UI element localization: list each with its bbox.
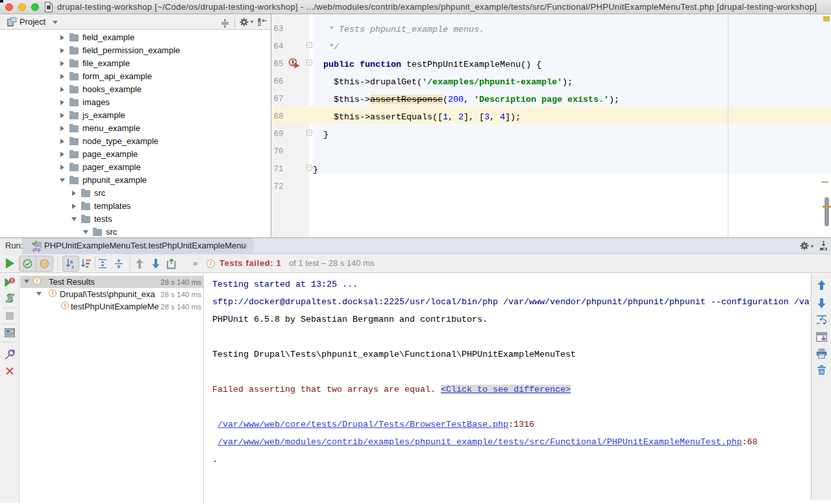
svg-text:php: php	[33, 247, 41, 252]
svg-text:z: z	[71, 264, 74, 269]
